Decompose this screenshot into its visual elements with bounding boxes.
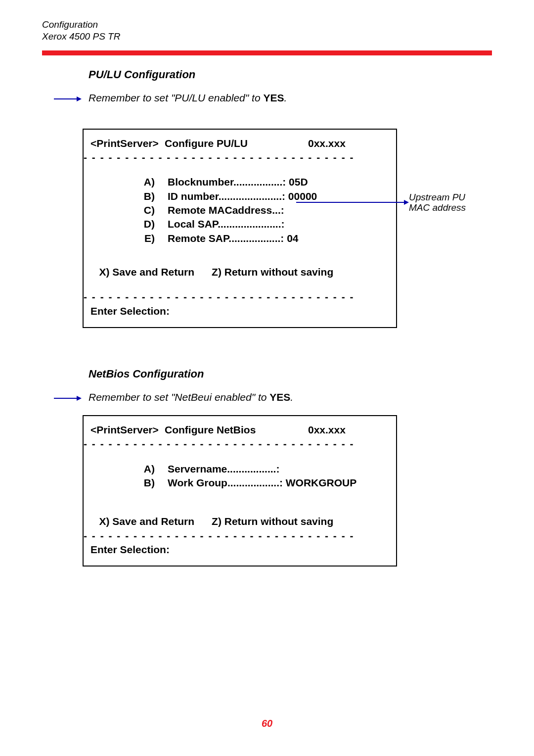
note-text-2: Remember to set "NetBeui enabled" to YES… bbox=[89, 391, 492, 403]
screen1-hdr-left: <PrintServer> bbox=[90, 137, 165, 150]
note1-suffix: . bbox=[284, 92, 287, 103]
opt-text: Work Group..................: WORKGROUP bbox=[168, 476, 356, 490]
screen2-foot: X) Save and Return Z) Return without sav… bbox=[90, 515, 391, 528]
note-text-1: Remember to set "PU/LU enabled" to YES. bbox=[89, 92, 492, 104]
screen1-opt-d: D)Local SAP......................: bbox=[90, 217, 391, 231]
screen1-header: <PrintServer>Configure PU/LU0xx.xxx bbox=[90, 137, 391, 150]
screen1-enter: Enter Selection: bbox=[90, 304, 391, 318]
screen2-enter: Enter Selection: bbox=[90, 543, 391, 557]
screen1-sep-bottom: - - - - - - - - - - - - - - - - - - - - … bbox=[84, 290, 391, 304]
arrow-right-icon bbox=[54, 395, 82, 401]
page-number: 60 bbox=[0, 718, 534, 729]
opt-letter: B) bbox=[90, 476, 168, 490]
screen2-sep-bottom: - - - - - - - - - - - - - - - - - - - - … bbox=[84, 529, 391, 543]
opt-letter: C) bbox=[90, 203, 168, 217]
page: Configuration Xerox 4500 PS TR PU/LU Con… bbox=[0, 0, 534, 756]
red-bar bbox=[42, 50, 492, 55]
screen1-opt-a: A)Blocknumber.................: 05D bbox=[90, 175, 391, 189]
note2-suffix: . bbox=[290, 391, 293, 403]
opt-letter: A) bbox=[90, 175, 168, 189]
opt-letter: A) bbox=[90, 462, 168, 476]
screen2-foot-text: X) Save and Return Z) Return without sav… bbox=[99, 516, 334, 527]
screen2-sep-top: - - - - - - - - - - - - - - - - - - - - … bbox=[84, 437, 391, 451]
screen2-header: <PrintServer>Configure NetBios0xx.xxx bbox=[90, 423, 391, 437]
screen1-foot: X) Save and Return Z) Return without sav… bbox=[90, 265, 391, 279]
opt-text: Servername.................: bbox=[168, 462, 279, 476]
note1-yes: YES bbox=[263, 92, 284, 103]
note-row-1: Remember to set "PU/LU enabled" to YES. bbox=[42, 92, 492, 104]
annotation-line2: MAC address bbox=[409, 202, 466, 213]
screen-2-wrap: <PrintServer>Configure NetBios0xx.xxx - … bbox=[83, 415, 492, 567]
screen-1-wrap: <PrintServer>Configure PU/LU0xx.xxx - - … bbox=[83, 129, 492, 328]
screen1-sep-top: - - - - - - - - - - - - - - - - - - - - … bbox=[84, 150, 391, 164]
opt-text: Remote MACaddress...: bbox=[168, 203, 284, 217]
svg-marker-1 bbox=[77, 96, 82, 101]
screen1-foot-text: X) Save and Return Z) Return without sav… bbox=[99, 266, 334, 278]
opt-text: Remote SAP..................: 04 bbox=[168, 232, 299, 245]
screen-box-netbios: <PrintServer>Configure NetBios0xx.xxx - … bbox=[83, 415, 397, 567]
opt-text: Blocknumber.................: 05D bbox=[168, 175, 308, 189]
doc-header-line2: Xerox 4500 PS TR bbox=[42, 31, 492, 43]
opt-letter: E) bbox=[90, 232, 168, 245]
opt-letter: D) bbox=[90, 217, 168, 231]
screen2-hdr-mid: Configure NetBios bbox=[165, 423, 308, 437]
svg-marker-5 bbox=[77, 396, 82, 401]
doc-header-line1: Configuration bbox=[42, 19, 492, 31]
opt-letter: B) bbox=[90, 189, 168, 203]
note2-prefix: Remember to set "NetBeui enabled" to bbox=[89, 391, 269, 403]
note2-yes: YES bbox=[269, 391, 290, 403]
annotation-upstream-pu: Upstream PU MAC address bbox=[409, 192, 466, 214]
section-title-pulu: PU/LU Configuration bbox=[89, 68, 492, 81]
note1-prefix: Remember to set "PU/LU enabled" to bbox=[89, 92, 263, 103]
screen2-opt-b: B)Work Group..................: WORKGROU… bbox=[90, 476, 391, 490]
section-title-netbios: NetBios Configuration bbox=[89, 368, 492, 380]
screen2-opt-a: A)Servername.................: bbox=[90, 462, 391, 476]
arrow-right-icon bbox=[54, 96, 82, 102]
opt-text: ID number......................: 00000 bbox=[168, 189, 317, 203]
screen1-opt-e: E)Remote SAP..................: 04 bbox=[90, 232, 391, 245]
opt-text: Local SAP......................: bbox=[168, 217, 285, 231]
screen1-hdr-right: 0xx.xxx bbox=[308, 137, 346, 150]
screen2-hdr-right: 0xx.xxx bbox=[308, 423, 346, 437]
svg-marker-3 bbox=[404, 200, 409, 205]
screen2-hdr-left: <PrintServer> bbox=[90, 423, 165, 437]
annotation-line1: Upstream PU bbox=[409, 192, 466, 203]
callout-arrow-icon bbox=[296, 199, 409, 208]
screen1-hdr-mid: Configure PU/LU bbox=[165, 137, 308, 150]
screen-box-pulu: <PrintServer>Configure PU/LU0xx.xxx - - … bbox=[83, 129, 397, 328]
note-row-2: Remember to set "NetBeui enabled" to YES… bbox=[42, 391, 492, 403]
